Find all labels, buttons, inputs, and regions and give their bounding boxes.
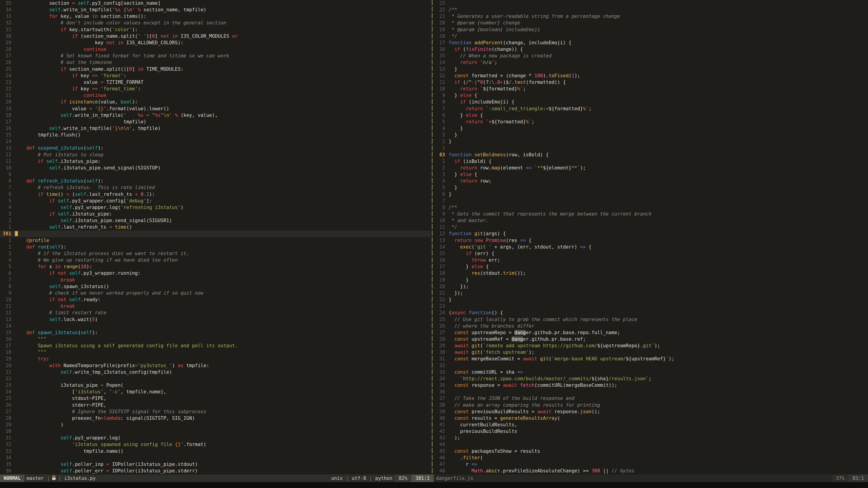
code-line[interactable]: 8 self.spawn_i3status() bbox=[0, 283, 431, 290]
code-line[interactable]: 21 continue bbox=[0, 92, 431, 99]
code-pane-python[interactable]: 35 section = self.py3_config[section_nam… bbox=[0, 0, 431, 475]
code-line[interactable]: 14 bbox=[0, 138, 431, 145]
code-line[interactable]: 21 }); bbox=[434, 290, 868, 297]
code-line[interactable]: 30 await git('fetch upstream'); bbox=[434, 349, 868, 356]
code-line[interactable]: 20 if isinstance(value, bool): bbox=[0, 99, 431, 105]
code-line[interactable]: 31 const mergeBaseCommit = await git(`me… bbox=[434, 356, 868, 362]
code-line[interactable]: 381 bbox=[0, 231, 431, 237]
code-line[interactable]: 18 */ bbox=[434, 33, 868, 39]
code-line[interactable]: 9 } else { bbox=[434, 92, 868, 99]
code-line[interactable]: 26 # out the timezone bbox=[0, 59, 431, 66]
code-line[interactable]: 12 const formatted = (change * 100).toFi… bbox=[434, 72, 868, 79]
code-line[interactable]: 47 r => bbox=[434, 461, 868, 468]
code-line[interactable]: 18 res(stdout.trim()); bbox=[434, 270, 868, 277]
code-line[interactable]: 9 # check if we never worked properly an… bbox=[0, 290, 431, 297]
code-line[interactable]: 20 * @param {number} change bbox=[434, 20, 868, 26]
code-line[interactable]: 83function setBoldness(row, isBold) { bbox=[434, 152, 868, 158]
code-line[interactable]: 17 } else { bbox=[434, 264, 868, 270]
code-line[interactable]: 28 continue bbox=[0, 46, 431, 53]
code-line[interactable]: 24(async function() { bbox=[434, 309, 868, 316]
code-line[interactable]: 23 bbox=[434, 0, 868, 6]
code-line[interactable]: 4 self.py3_wrapper.log('refreshing i3sta… bbox=[0, 204, 431, 211]
code-line[interactable]: 16 if (!isFinite(change)) { bbox=[434, 46, 868, 53]
code-line[interactable]: 5 if self.py3_wrapper.config['debug']: bbox=[0, 198, 431, 204]
code-line[interactable]: 34 self.write_in_tmpfile('%s {\n' % sect… bbox=[0, 6, 431, 13]
code-line[interactable]: 25 // Use git locally to grab the commit… bbox=[434, 316, 868, 323]
code-line[interactable]: 11 if self.i3status_pipe: bbox=[0, 158, 431, 165]
code-line[interactable]: 44 bbox=[434, 441, 868, 448]
code-line[interactable]: 42 previousBuildResults bbox=[434, 428, 868, 435]
code-line[interactable]: 40 const results = generateResultsArray( bbox=[434, 415, 868, 422]
code-line[interactable]: 1 self.last_refresh_ts = time() bbox=[0, 224, 431, 231]
code-line[interactable]: 38 // make an array comparing the result… bbox=[434, 402, 868, 408]
code-line[interactable]: 12 # Put i3status to sleep bbox=[0, 152, 431, 158]
code-line[interactable]: 37 // Take the JSON of the build respons… bbox=[434, 395, 868, 402]
code-line[interactable]: 2 def run(self): bbox=[0, 244, 431, 250]
code-line[interactable]: 10 self.i3status_pipe.send_signal(SIGSTO… bbox=[0, 165, 431, 171]
code-line[interactable]: 15 tmpfile.flush() bbox=[0, 132, 431, 138]
code-line[interactable]: 11 break bbox=[0, 303, 431, 309]
code-line[interactable]: 6 } else { bbox=[434, 112, 868, 119]
code-line[interactable]: 24 ['i3status', '-c', tmpfile.name], bbox=[0, 389, 431, 395]
code-line[interactable]: 30 if (section_name.split(' ')[0] not in… bbox=[0, 33, 431, 39]
code-line[interactable]: 6 if time() > (self.last_refresh_ts + 0.… bbox=[0, 191, 431, 198]
code-line[interactable]: 43 ); bbox=[434, 435, 868, 441]
code-line[interactable]: 8 def refresh_i3status(self): bbox=[0, 178, 431, 184]
code-line[interactable]: 16 """ bbox=[0, 336, 431, 342]
code-line[interactable]: 10 * and master. bbox=[434, 217, 868, 224]
code-line[interactable]: 9 bbox=[0, 171, 431, 178]
code-line[interactable]: 29 ) bbox=[0, 422, 431, 428]
code-line[interactable]: 23 i3status_pipe = Popen( bbox=[0, 382, 431, 389]
code-line[interactable]: 19 try: bbox=[0, 356, 431, 362]
code-line[interactable]: 5 return `+${formatted}%`; bbox=[434, 119, 868, 125]
code-line[interactable]: 30 bbox=[0, 428, 431, 435]
code-line[interactable]: 36 self.poller_err = IOPoller(i3status_p… bbox=[0, 468, 431, 474]
code-line[interactable]: 7 # refresh i3status. This is rate limit… bbox=[0, 184, 431, 191]
code-line[interactable]: 14 exec('git ' + args, (err, stdout, std… bbox=[434, 244, 868, 250]
code-line[interactable]: 1 if (isBold) { bbox=[434, 158, 868, 165]
code-line[interactable]: 4 # We give up restarting if we have die… bbox=[0, 257, 431, 264]
code-line[interactable]: 7 break bbox=[0, 277, 431, 283]
code-line[interactable]: 33 const commitURL = sha => bbox=[434, 369, 868, 375]
code-line[interactable]: 34 `http://react.zpao.com/builds/master/… bbox=[434, 375, 868, 382]
code-line[interactable]: 34 bbox=[0, 455, 431, 461]
code-line[interactable]: 23 value = TZTIME_FORMAT bbox=[0, 79, 431, 86]
code-line[interactable]: 35 self.poller_inp = IOPoller(i3status_p… bbox=[0, 461, 431, 468]
code-line[interactable]: 18 """ bbox=[0, 349, 431, 356]
code-line[interactable]: 39 const previousBuildResults = await re… bbox=[434, 408, 868, 415]
code-line[interactable]: 12 # limit restart rate bbox=[0, 309, 431, 316]
code-line[interactable]: 15 def spawn_i3status(self): bbox=[0, 329, 431, 336]
code-line[interactable]: 45 const packagesToShow = results bbox=[434, 448, 868, 455]
code-line[interactable]: 25 stdout=PIPE, bbox=[0, 395, 431, 402]
code-line[interactable]: 33 tmpfile.name)) bbox=[0, 448, 431, 455]
code-line[interactable]: 33 for key, value in section.items(): bbox=[0, 13, 431, 20]
code-line[interactable]: 1 bbox=[434, 145, 868, 151]
code-line[interactable]: 4 } bbox=[434, 125, 868, 132]
code-line[interactable]: 41 currentBuildResults, bbox=[434, 422, 868, 428]
code-line[interactable]: 16 throw err; bbox=[434, 257, 868, 264]
code-line[interactable]: 8 if (includeEmoji) { bbox=[434, 99, 868, 105]
code-line[interactable]: 17 Spawn i3status using a self generated… bbox=[0, 342, 431, 349]
code-line[interactable]: 13 def suspend_i3status(self): bbox=[0, 145, 431, 151]
code-line[interactable]: 2 self.i3status_pipe.send_signal(SIGUSR1… bbox=[0, 217, 431, 224]
code-line[interactable]: 28 preexec_fn=lambda: signal(SIGTSTP, SI… bbox=[0, 415, 431, 422]
code-line[interactable]: 27 const upstreamRepo = danger.github.pr… bbox=[434, 329, 868, 336]
code-line[interactable]: 1 @profile bbox=[0, 237, 431, 244]
code-line[interactable]: 5 for x in range(10): bbox=[0, 264, 431, 270]
code-line[interactable]: 46 .filter( bbox=[434, 455, 868, 461]
code-line[interactable]: 14 bbox=[0, 323, 431, 329]
code-line[interactable]: 10 if not self.ready: bbox=[0, 297, 431, 303]
code-line[interactable]: 19 * @param {boolean} includeEmoji bbox=[434, 26, 868, 33]
code-line[interactable]: 29 key not in I3S_ALLOWED_COLORS): bbox=[0, 39, 431, 46]
command-line[interactable] bbox=[0, 482, 868, 488]
code-line[interactable]: 27 # Set known fixed format for time and… bbox=[0, 53, 431, 59]
code-line[interactable]: 32 'i3status spawned using config file {… bbox=[0, 441, 431, 448]
code-line[interactable]: 35 section = self.py3_config[section_nam… bbox=[0, 0, 431, 6]
code-line[interactable]: 15 if (err) { bbox=[434, 250, 868, 257]
code-line[interactable]: 24 if key == 'format': bbox=[0, 72, 431, 79]
code-line[interactable]: 16 self.write_in_tmpfile('}\n\n', tmpfil… bbox=[0, 125, 431, 132]
code-line[interactable]: 21 self.write_tmp_i3status_config(tmpfil… bbox=[0, 369, 431, 375]
code-line[interactable]: 13 } bbox=[434, 66, 868, 72]
code-line[interactable]: 26 stderr=PIPE, bbox=[0, 402, 431, 408]
code-pane-javascript[interactable]: 2322/**21 * Generates a user-readable st… bbox=[434, 0, 868, 475]
